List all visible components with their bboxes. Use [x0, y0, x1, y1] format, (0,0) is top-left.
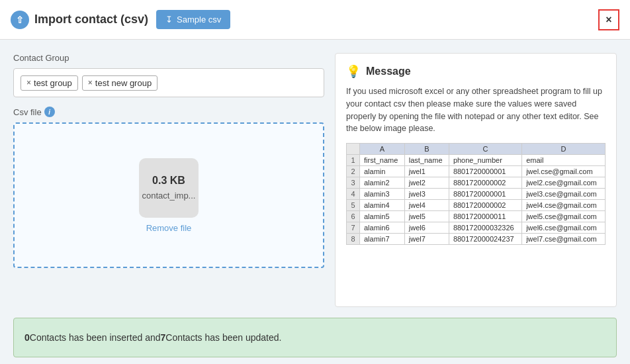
page-title: ⇧ Import contact (csv)	[11, 11, 148, 29]
file-name: contact_imp...	[142, 191, 196, 201]
col-header-c: C	[449, 144, 521, 155]
main-content: Contact Group × test group × test new gr…	[0, 40, 630, 318]
upload-icon: ⇧	[11, 11, 29, 29]
header: ⇧ Import contact (csv) ↧ Sample csv ×	[0, 0, 630, 40]
file-icon: 0.3 KB contact_imp...	[139, 158, 199, 218]
table-corner	[347, 144, 360, 155]
message-header: 💡 Message	[346, 64, 606, 79]
status-text-part1: Contacts has been inserted and	[30, 332, 161, 343]
info-icon: i	[44, 107, 55, 117]
remove-file-button[interactable]: Remove file	[146, 223, 192, 233]
message-title: Message	[366, 66, 411, 77]
updated-count: 7	[161, 332, 166, 343]
close-button[interactable]: ×	[598, 9, 619, 30]
message-body: If you used microsoft excel or any other…	[346, 85, 606, 135]
table-row-header: 1 first_name last_name phone_number emai…	[347, 155, 606, 166]
sample-csv-button[interactable]: ↧ Sample csv	[156, 10, 230, 29]
contact-group-label: Contact Group	[13, 53, 324, 63]
table-row: 7 alamin6 jwel6 880172000032326 jwel6.cs…	[347, 222, 606, 234]
drop-zone[interactable]: 0.3 KB contact_imp... Remove file	[13, 122, 324, 268]
status-bar: 0 Contacts has been inserted and 7 Conta…	[13, 318, 617, 357]
tag-remove-test-new-group[interactable]: ×	[88, 78, 93, 87]
csv-file-label: Csv file i	[13, 107, 324, 117]
col-header-d: D	[522, 144, 606, 155]
tag-remove-test-group[interactable]: ×	[26, 78, 31, 87]
table-row: 6 alamin5 jwel5 8801720000011 jwel5.cse@…	[347, 211, 606, 222]
download-icon: ↧	[165, 15, 173, 24]
inserted-count: 0	[24, 332, 30, 343]
tag-label-test-group: test group	[34, 78, 72, 88]
csv-preview-table: A B C D 1 first_name last_name phone_num…	[346, 143, 606, 245]
table-row: 3 alamin2 jwel2 8801720000002 jwel2.cse@…	[347, 177, 606, 189]
table-row: 8 alamin7 jwel7 880172000024237 jwel7.cs…	[347, 234, 606, 245]
left-panel: Contact Group × test group × test new gr…	[13, 53, 324, 307]
table-row: 5 alamin4 jwel4 8801720000002 jwel4.cse@…	[347, 200, 606, 211]
contact-group-box: × test group × test new group	[13, 68, 324, 97]
bulb-icon: 💡	[346, 64, 361, 79]
table-row: 4 alamin3 jwel3 8801720000001 jwel3.cse@…	[347, 189, 606, 200]
col-header-b: B	[404, 144, 449, 155]
file-size: 0.3 KB	[152, 175, 185, 187]
tag-label-test-new-group: test new group	[95, 78, 152, 88]
tag-test-new-group[interactable]: × test new group	[82, 75, 158, 91]
status-text-part2: Contacts has been updated.	[165, 332, 281, 343]
table-row: 2 alamin jwel1 8801720000001 jwel.cse@gm…	[347, 166, 606, 177]
tag-test-group[interactable]: × test group	[21, 75, 78, 91]
col-header-a: A	[360, 144, 405, 155]
right-panel: 💡 Message If you used microsoft excel or…	[335, 53, 617, 307]
header-left: ⇧ Import contact (csv) ↧ Sample csv	[11, 10, 230, 29]
